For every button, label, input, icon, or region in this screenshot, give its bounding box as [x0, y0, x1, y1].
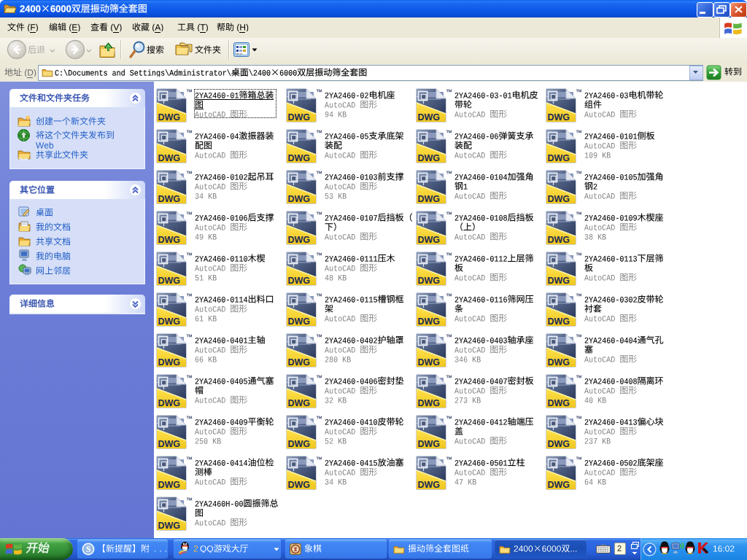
svg-text:S: S	[86, 544, 91, 554]
